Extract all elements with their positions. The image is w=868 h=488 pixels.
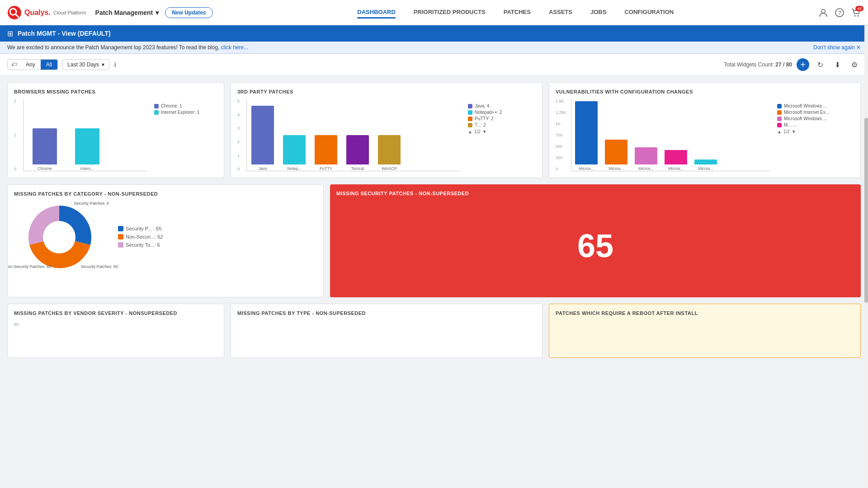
missing-security-card: MISSING SECURITY PATCHES - NON-SUPERSEDE… bbox=[330, 184, 861, 297]
announce-link[interactable]: click here... bbox=[221, 44, 249, 51]
toolbar-right: Total Widgets Count: 27 / 80 + ↻ ⬇ ⚙ bbox=[724, 58, 861, 71]
chevron-down-icon: ▾ bbox=[102, 61, 104, 68]
bar-chrome: Chrome bbox=[33, 128, 57, 171]
svg-text:?: ? bbox=[838, 10, 841, 16]
missing-type-title: MISSING PATCHES BY TYPE - NON-SUPERSEDED bbox=[237, 310, 536, 316]
nav-patches[interactable]: PATCHES bbox=[504, 7, 531, 19]
patches-reboot-card: PATCHES WHICH REQUIRE A REBOOT AFTER INS… bbox=[549, 304, 861, 358]
nav-prioritized-products[interactable]: PRIORITIZED PRODUCTS bbox=[414, 7, 486, 19]
app-selector-button[interactable]: Patch Management ▾ bbox=[95, 9, 159, 16]
nav-assets[interactable]: ASSETS bbox=[549, 7, 572, 19]
next-page[interactable]: ▼ bbox=[482, 129, 487, 134]
y-label: 2 bbox=[14, 99, 16, 103]
widget-count-value: 27 / 80 bbox=[775, 61, 792, 68]
third-party-card: 3RD PARTY PATCHES 5 4 3 2 1 0 Java bbox=[231, 82, 542, 178]
announce-text: We are excited to announce the Patch Man… bbox=[7, 44, 248, 51]
dashboard: BROWSERS MISSING PATCHES 2 1 0 Chrome bbox=[0, 76, 868, 364]
logo-text: Qualys. bbox=[24, 9, 51, 17]
missing-severity-title: MISSING PATCHES BY VENDOR SEVERITY - NON… bbox=[14, 310, 217, 316]
missing-severity-card: MISSING PATCHES BY VENDOR SEVERITY - NON… bbox=[7, 304, 224, 358]
nav-jobs[interactable]: JOBS bbox=[590, 7, 606, 19]
date-filter[interactable]: Last 30 Days ▾ bbox=[62, 59, 109, 70]
vulnerabilities-title: VULNERABILITIES WITH CONFIGURATION CHANG… bbox=[556, 89, 854, 94]
refresh-button[interactable]: ↻ bbox=[814, 58, 826, 71]
category-legend: Security P... : 65 Non-Securi...: 62 Sec… bbox=[118, 226, 163, 249]
bar-java: Java bbox=[251, 106, 274, 171]
browsers-missing-title: BROWSERS MISSING PATCHES bbox=[14, 89, 217, 94]
donut-chart bbox=[23, 201, 95, 273]
sub-header-title: Patch MGMT - View (DEFAULT) bbox=[18, 30, 111, 37]
chart-row-3: MISSING PATCHES BY VENDOR SEVERITY - NON… bbox=[7, 304, 861, 358]
vuln-bar-4: Micros... bbox=[665, 150, 687, 171]
vulnerabilities-card: VULNERABILITIES WITH CONFIGURATION CHANG… bbox=[549, 82, 861, 178]
nav-configuration[interactable]: CONFIGURATION bbox=[624, 7, 674, 19]
app-selector-arrow: ▾ bbox=[156, 9, 159, 16]
filter-any-button[interactable]: Any bbox=[20, 60, 41, 70]
chart-row-2: MISSING PATCHES BY CATEGORY - NON-SUPERS… bbox=[7, 184, 861, 297]
app-selector-label: Patch Management bbox=[95, 9, 153, 16]
tag-icon: 🏷 bbox=[8, 60, 20, 70]
third-party-pagination: ▲ 1/2 ▼ bbox=[468, 129, 536, 134]
missing-type-card: MISSING PATCHES BY TYPE - NON-SUPERSEDED bbox=[231, 304, 542, 358]
vuln-bar-5: Micros... bbox=[694, 160, 717, 171]
vuln-bar-1: Micros... bbox=[575, 101, 598, 171]
third-party-legend: Java: 4 Notepad++: 2 PuTTY: 2 T...: 2 bbox=[468, 103, 536, 127]
svg-point-3 bbox=[821, 9, 825, 13]
svg-point-8 bbox=[43, 221, 75, 253]
widget-count-label: Total Widgets Count: 27 / 80 bbox=[724, 61, 792, 68]
prev-page[interactable]: ▲ bbox=[468, 129, 472, 134]
chart-row-1: BROWSERS MISSING PATCHES 2 1 0 Chrome bbox=[7, 82, 861, 178]
vuln-pagination: ▲ 1/2 ▼ bbox=[777, 129, 854, 134]
vuln-bar-2: Micros... bbox=[605, 140, 627, 171]
patches-reboot-title: PATCHES WHICH REQUIRE A REBOOT AFTER INS… bbox=[556, 310, 854, 316]
missing-category-card: MISSING PATCHES BY CATEGORY - NON-SUPERS… bbox=[7, 184, 324, 297]
announce-dismiss[interactable]: Don't show again ✕ bbox=[813, 44, 861, 51]
logo: Qualys. Cloud Platform bbox=[7, 5, 86, 20]
missing-security-title: MISSING SECURITY PATCHES - NON-SUPERSEDE… bbox=[336, 191, 854, 196]
y-label: 1 bbox=[14, 133, 16, 137]
bar-winscp: WinSCP bbox=[378, 135, 401, 171]
browsers-legend: Chrome: 1 Internet Explorer: 1 bbox=[154, 103, 217, 116]
bar-putty: PuTTY bbox=[315, 135, 337, 171]
svg-point-6 bbox=[854, 15, 856, 16]
browsers-missing-card: BROWSERS MISSING PATCHES 2 1 0 Chrome bbox=[7, 82, 224, 178]
bar-tomcat: Tomcat bbox=[346, 135, 369, 171]
scrollbar-thumb[interactable] bbox=[864, 118, 868, 303]
main-nav: DASHBOARD PRIORITIZED PRODUCTS PATCHES A… bbox=[213, 7, 818, 19]
prev-page[interactable]: ▲ bbox=[777, 129, 782, 134]
missing-security-value: 65 bbox=[336, 201, 854, 291]
announcement-bar: We are excited to announce the Patch Man… bbox=[0, 42, 868, 54]
bar-label: Intern... bbox=[80, 166, 94, 171]
user-icon[interactable] bbox=[818, 8, 828, 18]
nav-dashboard[interactable]: DASHBOARD bbox=[357, 7, 396, 19]
new-updates-button[interactable]: New Updates bbox=[165, 7, 212, 18]
vuln-bar-3: Micros... bbox=[635, 147, 657, 171]
download-button[interactable]: ⬇ bbox=[831, 58, 844, 71]
third-party-title: 3RD PARTY PATCHES bbox=[237, 89, 536, 94]
qualys-logo-icon bbox=[7, 5, 22, 20]
add-widget-button[interactable]: + bbox=[797, 58, 809, 71]
bar-label: Chrome bbox=[38, 166, 52, 171]
missing-category-title: MISSING PATCHES BY CATEGORY - NON-SUPERS… bbox=[14, 191, 317, 197]
next-page[interactable]: ▼ bbox=[792, 129, 796, 134]
scrollbar[interactable] bbox=[864, 25, 868, 488]
cart-icon[interactable]: 48 bbox=[851, 8, 861, 18]
date-filter-label: Last 30 Days bbox=[67, 61, 99, 68]
info-icon[interactable]: ℹ bbox=[114, 61, 116, 68]
bar-notepad: Notep... bbox=[283, 135, 306, 171]
toolbar: 🏷 Any All Last 30 Days ▾ ℹ Total Widgets… bbox=[0, 54, 868, 76]
cart-badge: 48 bbox=[855, 6, 863, 11]
y-label: 0 bbox=[14, 167, 16, 171]
vuln-legend: Microsoft Windows ... Microsoft Internet… bbox=[777, 103, 854, 127]
logo-sub: Cloud Platform bbox=[53, 10, 86, 15]
grid-icon: ⊞ bbox=[7, 29, 13, 38]
help-icon[interactable]: ? bbox=[835, 8, 844, 18]
bar-ie: Intern... bbox=[75, 128, 99, 171]
svg-point-7 bbox=[858, 15, 859, 16]
sub-header: ⊞ Patch MGMT - View (DEFAULT) bbox=[0, 25, 868, 42]
filter-all-button[interactable]: All bbox=[41, 60, 57, 70]
settings-button[interactable]: ⚙ bbox=[848, 58, 861, 71]
filter-tags: 🏷 Any All bbox=[7, 59, 58, 70]
nav-right-icons: ? 48 bbox=[818, 8, 861, 18]
